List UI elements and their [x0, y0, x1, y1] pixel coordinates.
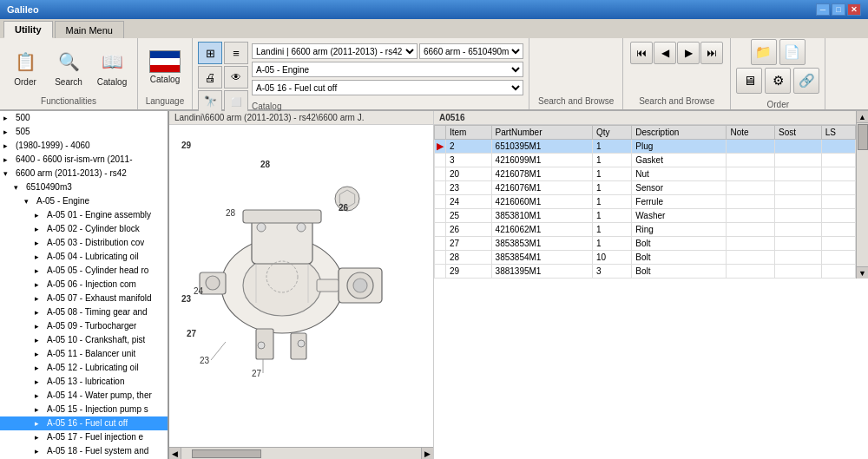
- maximize-button[interactable]: □: [832, 3, 845, 16]
- table-row[interactable]: ▶26510395M11Plug: [435, 140, 856, 154]
- close-button[interactable]: ✕: [847, 3, 861, 16]
- tree-expander-t12[interactable]: ▸: [35, 265, 47, 277]
- tree-expander-t9[interactable]: ▸: [35, 223, 47, 235]
- tree-item-t10[interactable]: ▸A-05 03 - Distribution cov: [0, 236, 168, 250]
- list-icon[interactable]: 📄: [779, 39, 806, 65]
- diagram-content[interactable]: 23 27 24 26 28 29: [169, 125, 433, 456]
- category-dropdown[interactable]: A-05 - Engine: [252, 62, 523, 77]
- tree-item-t8[interactable]: ▸A-05 01 - Engine assembly: [0, 208, 168, 222]
- nav-play-button[interactable]: ▶: [677, 42, 700, 64]
- tree-expander-t2[interactable]: ▸: [3, 126, 16, 138]
- tree-expander-t20[interactable]: ▸: [35, 376, 47, 388]
- tree-item-t23[interactable]: ▸A-05 16 - Fuel cut off: [0, 416, 168, 430]
- tree-expander-t15[interactable]: ▸: [35, 306, 47, 318]
- tree-expander-t23[interactable]: ▸: [35, 417, 47, 429]
- table-row[interactable]: 244216060M11Ferrule: [435, 195, 856, 209]
- tree-item-t20[interactable]: ▸A-05 13 - lubrication: [0, 375, 168, 389]
- tree-item-t22[interactable]: ▸A-05 15 - Injection pump s: [0, 403, 168, 416]
- table-row[interactable]: 204216078M11Nut: [435, 167, 856, 181]
- tree-expander-t14[interactable]: ▸: [35, 292, 47, 305]
- tree-expander-t7[interactable]: ▾: [24, 195, 36, 207]
- nav-last-button[interactable]: ⏭: [700, 42, 723, 64]
- tree-item-t11[interactable]: ▸A-05 04 - Lubricating oil: [0, 250, 168, 264]
- table-row[interactable]: 264216062M11Ring: [435, 223, 856, 237]
- brand-dropdown[interactable]: Landini | 6600 arm (2011-2013) - rs42: [252, 43, 418, 59]
- model-dropdown[interactable]: 6660 arm - 6510490m3: [419, 43, 523, 59]
- tree-expander-t21[interactable]: ▸: [35, 390, 47, 402]
- tree-item-t19[interactable]: ▸A-05 12 - Lubricating oil: [0, 361, 168, 375]
- folder-icon[interactable]: 📁: [751, 39, 777, 65]
- subcategory-dropdown[interactable]: A-05 16 - Fuel cut off: [252, 80, 523, 95]
- tree-item-t6[interactable]: ▾6510490m3: [0, 180, 168, 194]
- vscroll-thumb[interactable]: [858, 124, 868, 150]
- view-icon-3[interactable]: 👁: [224, 66, 248, 89]
- tree-item-t15[interactable]: ▸A-05 08 - Timing gear and: [0, 305, 168, 319]
- tree-item-t25[interactable]: ▸A-05 18 - Fuel system and: [0, 444, 168, 458]
- tree-item-t1[interactable]: ▸500: [0, 111, 168, 125]
- tree-item-t18[interactable]: ▸A-05 11 - Balancer unit: [0, 347, 168, 361]
- tree-item-t4[interactable]: ▸6400 - 6600 isr-ism-vrn (2011-: [0, 153, 168, 167]
- scroll-left-btn[interactable]: ◀: [169, 448, 181, 460]
- scroll-track[interactable]: [183, 449, 419, 458]
- tree-item-t24[interactable]: ▸A-05 17 - Fuel injection e: [0, 430, 168, 444]
- scroll-thumb[interactable]: [192, 449, 261, 458]
- tree-expander-t6[interactable]: ▾: [14, 181, 26, 193]
- tree-item-t5[interactable]: ▾6600 arm (2011-2013) - rs42: [0, 167, 168, 180]
- catalog-button[interactable]: 📖 Catalog: [92, 43, 132, 93]
- table-row[interactable]: 273853853M11Bolt: [435, 237, 856, 251]
- tree-panel[interactable]: ▸500▸505▸(1980-1999) - 4060▸6400 - 6600 …: [0, 111, 169, 459]
- tree-expander-t5[interactable]: ▾: [3, 167, 16, 180]
- vscroll-down-btn[interactable]: ▼: [857, 266, 868, 279]
- minimize-button[interactable]: ─: [816, 3, 830, 16]
- tree-expander-t17[interactable]: ▸: [35, 334, 47, 346]
- tree-expander-t4[interactable]: ▸: [3, 154, 16, 166]
- tree-item-t3[interactable]: ▸(1980-1999) - 4060: [0, 139, 168, 153]
- tree-item-t13[interactable]: ▸A-05 06 - Injection com: [0, 278, 168, 292]
- tree-expander-t3[interactable]: ▸: [3, 140, 16, 152]
- tree-expander-t10[interactable]: ▸: [35, 237, 47, 249]
- tree-expander-t25[interactable]: ▸: [35, 445, 47, 457]
- tree-item-t2[interactable]: ▸505: [0, 125, 168, 139]
- view-icon-1[interactable]: ⊞: [198, 42, 222, 64]
- tree-expander-t13[interactable]: ▸: [35, 279, 47, 291]
- settings-icon[interactable]: ⚙: [765, 68, 791, 94]
- tree-expander-t8[interactable]: ▸: [35, 209, 47, 221]
- parts-vscrollbar[interactable]: ▲ ▼: [856, 111, 868, 279]
- table-row[interactable]: 253853810M11Washer: [435, 209, 856, 223]
- order-button[interactable]: 📋 Order: [5, 43, 45, 93]
- tree-item-t7[interactable]: ▾A-05 - Engine: [0, 194, 168, 208]
- tab-mainmenu[interactable]: Main Menu: [55, 21, 124, 38]
- print-icon[interactable]: 🖨: [198, 66, 222, 89]
- tree-item-t21[interactable]: ▸A-05 14 - Water pump, ther: [0, 389, 168, 403]
- binoculars-icon[interactable]: 🔭: [198, 90, 222, 113]
- tree-expander-t18[interactable]: ▸: [35, 348, 47, 360]
- diagram-hscrollbar[interactable]: ◀ ▶: [169, 447, 433, 459]
- table-row[interactable]: 283853854M110Bolt: [435, 251, 856, 265]
- network-icon[interactable]: 🔗: [793, 68, 819, 94]
- view-icon-2[interactable]: ≡: [224, 42, 248, 64]
- table-row[interactable]: 34216099M11Gasket: [435, 154, 856, 167]
- scroll-right-btn[interactable]: ▶: [421, 448, 433, 460]
- vscroll-track[interactable]: [857, 123, 868, 266]
- tree-expander-t24[interactable]: ▸: [35, 431, 47, 443]
- tree-expander-t16[interactable]: ▸: [35, 320, 47, 332]
- tree-expander-t19[interactable]: ▸: [35, 362, 47, 374]
- vscroll-up-btn[interactable]: ▲: [857, 111, 868, 123]
- tree-expander-t1[interactable]: ▸: [3, 112, 16, 124]
- tree-item-t12[interactable]: ▸A-05 05 - Cylinder head ro: [0, 264, 168, 278]
- tree-item-t9[interactable]: ▸A-05 02 - Cylinder block: [0, 222, 168, 236]
- tree-item-t17[interactable]: ▸A-05 10 - Crankshaft, pist: [0, 333, 168, 347]
- nav-first-button[interactable]: ⏮: [630, 42, 653, 64]
- tree-item-t14[interactable]: ▸A-05 07 - Exhaust manifold: [0, 292, 168, 305]
- table-row[interactable]: 293881395M13Bolt: [435, 265, 856, 279]
- tab-utility[interactable]: Utility: [3, 21, 53, 38]
- english-button[interactable]: Catalog: [145, 43, 185, 93]
- nav-prev-button[interactable]: ◀: [654, 42, 676, 64]
- tree-expander-t11[interactable]: ▸: [35, 251, 47, 263]
- monitor-icon[interactable]: 🖥: [736, 68, 762, 94]
- table-row[interactable]: 234216076M11Sensor: [435, 181, 856, 195]
- view-icon-4[interactable]: ⬜: [224, 90, 248, 113]
- tree-item-t16[interactable]: ▸A-05 09 - Turbocharger: [0, 319, 168, 333]
- search-button[interactable]: 🔍 Search: [49, 43, 89, 93]
- tree-expander-t22[interactable]: ▸: [35, 403, 47, 416]
